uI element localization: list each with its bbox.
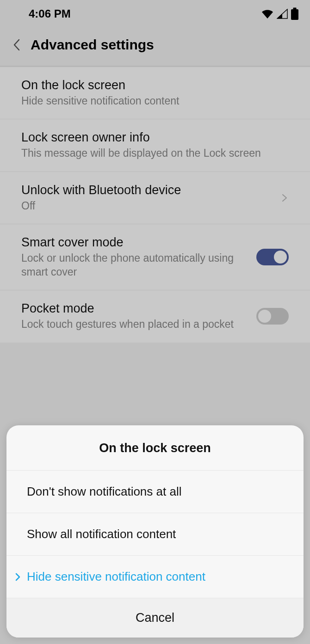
chevron-right-icon bbox=[280, 194, 289, 202]
sheet-title: On the lock screen bbox=[6, 425, 304, 471]
svg-rect-0 bbox=[291, 9, 298, 20]
option-dont-show[interactable]: Don't show notifications at all bbox=[6, 471, 304, 513]
status-icons bbox=[261, 7, 299, 20]
cancel-button[interactable]: Cancel bbox=[6, 598, 304, 638]
setting-bluetooth-unlock[interactable]: Unlock with Bluetooth device Off bbox=[0, 172, 310, 224]
status-bar: 4:06 PM bbox=[0, 0, 310, 26]
setting-title: Unlock with Bluetooth device bbox=[21, 183, 273, 197]
setting-pocket-mode[interactable]: Pocket mode Lock touch gestures when pla… bbox=[0, 290, 310, 342]
setting-owner-info[interactable]: Lock screen owner info This message will… bbox=[0, 119, 310, 172]
setting-subtitle: Lock or unlock the phone automatically u… bbox=[21, 251, 249, 279]
battery-icon bbox=[291, 7, 299, 20]
option-hide-sensitive[interactable]: Hide sensitive notification content bbox=[6, 556, 304, 598]
setting-title: Smart cover mode bbox=[21, 235, 249, 250]
setting-subtitle: Lock touch gestures when placed in a poc… bbox=[21, 318, 249, 331]
wifi-icon bbox=[261, 9, 274, 19]
back-button[interactable] bbox=[11, 39, 22, 50]
setting-title: On the lock screen bbox=[21, 78, 281, 92]
page-title: Advanced settings bbox=[31, 37, 154, 53]
setting-title: Pocket mode bbox=[21, 301, 249, 316]
setting-subtitle: This message will be displayed on the Lo… bbox=[21, 147, 281, 160]
pocket-mode-switch[interactable] bbox=[256, 308, 289, 325]
app-bar: Advanced settings bbox=[0, 26, 310, 66]
setting-subtitle: Off bbox=[21, 199, 273, 213]
setting-subtitle: Hide sensitive notification content bbox=[21, 94, 281, 108]
selected-check-icon bbox=[15, 572, 27, 582]
option-show-all[interactable]: Show all notification content bbox=[6, 513, 304, 556]
chevron-left-icon bbox=[13, 39, 20, 51]
bottom-sheet: On the lock screen Don't show notificati… bbox=[6, 425, 304, 638]
setting-title: Lock screen owner info bbox=[21, 130, 281, 145]
svg-rect-1 bbox=[293, 8, 297, 10]
setting-lock-screen-notifications[interactable]: On the lock screen Hide sensitive notifi… bbox=[0, 67, 310, 119]
smart-cover-switch[interactable] bbox=[256, 249, 289, 265]
setting-smart-cover[interactable]: Smart cover mode Lock or unlock the phon… bbox=[0, 224, 310, 290]
cellular-icon bbox=[277, 9, 288, 19]
settings-list: On the lock screen Hide sensitive notifi… bbox=[0, 67, 310, 343]
status-time: 4:06 PM bbox=[29, 7, 71, 20]
